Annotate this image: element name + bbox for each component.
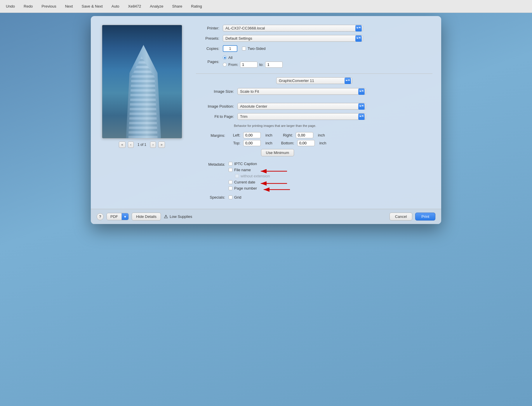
top-margin-input[interactable] xyxy=(243,140,261,146)
image-position-label: Image Position: xyxy=(196,104,234,108)
iptc-caption-label[interactable]: IPTC Caption xyxy=(229,162,270,166)
left-margin-label: Left: xyxy=(229,133,240,137)
section-select-wrapper: GraphicConverter 11 xyxy=(196,77,432,84)
image-position-row: Image Position: Absolute Center xyxy=(196,103,432,110)
pages-from-to-row: From: to: xyxy=(229,62,283,68)
pages-all-radio[interactable] xyxy=(223,56,227,60)
pages-radio-group: All From: to: xyxy=(223,55,283,68)
image-size-select-wrapper: Scale to Fit xyxy=(237,88,366,95)
fit-to-page-row: Fit to Page: Trim xyxy=(196,113,432,120)
fit-hint-row: Behavior for printing images that are la… xyxy=(196,123,432,127)
page-indicator: 1 of 1 xyxy=(138,143,146,147)
presets-row: Presets: Default Settings xyxy=(196,35,432,42)
file-name-label[interactable]: File name xyxy=(229,168,251,172)
copies-label: Copies: xyxy=(196,46,219,51)
pages-from-radio[interactable] xyxy=(223,63,227,66)
grid-checkbox[interactable] xyxy=(229,195,232,199)
margins-bottom-row: Top: inch Bottom: inch xyxy=(229,140,326,146)
page-number-row: Page number xyxy=(229,186,270,190)
file-name-row: File name xyxy=(229,168,270,172)
margins-top-row: Left: inch Right: inch xyxy=(229,132,326,138)
fit-hint: Behavior for printing images that are la… xyxy=(234,124,316,127)
margins-row: Margins: Left: inch Right: inch Top: inc… xyxy=(196,132,432,156)
preview-panel: « ‹ 1 of 1 › » xyxy=(100,25,184,203)
inch-right: inch xyxy=(318,133,325,137)
margins-label: Margins: xyxy=(196,132,225,138)
metadata-label: Metadata: xyxy=(196,162,225,167)
nav-prev-button[interactable]: ‹ xyxy=(128,141,134,148)
fit-to-page-select-wrapper: Trim xyxy=(237,113,366,120)
page-number-checkbox[interactable] xyxy=(229,186,232,190)
presets-label: Presets: xyxy=(196,36,219,41)
inch-top: inch xyxy=(265,141,272,145)
pages-all-label[interactable]: All xyxy=(223,55,283,60)
without-extension-label[interactable]: without extension xyxy=(235,174,270,178)
dialog-footer: ? PDF ▼ Hide Details ⚠ Low Supplies Canc… xyxy=(91,209,441,224)
current-date-row: Current date xyxy=(229,180,270,184)
from-label: From: xyxy=(228,62,238,67)
menu-undo[interactable]: Undo xyxy=(6,4,15,8)
menu-xe8472[interactable]: Xe8472 xyxy=(128,4,141,8)
two-sided-label[interactable]: Two-Sided xyxy=(242,46,265,51)
copies-row: Copies: 1 Two-Sided xyxy=(196,45,432,52)
printer-select[interactable]: AL-CX37-CC3668.local xyxy=(223,25,363,32)
help-button[interactable]: ? xyxy=(97,213,104,220)
printer-select-wrapper: AL-CX37-CC3668.local xyxy=(223,25,363,32)
menu-analyze[interactable]: Analyze xyxy=(150,4,163,8)
image-position-select[interactable]: Absolute Center xyxy=(237,103,366,110)
image-size-label: Image Size: xyxy=(196,89,234,94)
copies-input[interactable]: 1 xyxy=(223,45,237,52)
without-extension-checkbox xyxy=(235,174,239,178)
print-dialog: « ‹ 1 of 1 › » Printer: AL-CX37-CC3668.l… xyxy=(91,16,441,224)
pdf-group: PDF ▼ xyxy=(107,213,129,220)
warning-icon: ⚠ xyxy=(164,214,168,219)
iptc-caption-checkbox[interactable] xyxy=(229,162,232,166)
nav-last-button[interactable]: » xyxy=(158,141,165,148)
menu-share[interactable]: Share xyxy=(172,4,182,8)
menu-previous[interactable]: Previous xyxy=(41,4,56,8)
pdf-dropdown-button[interactable]: ▼ xyxy=(122,213,128,220)
menu-auto[interactable]: Auto xyxy=(112,4,119,8)
current-date-checkbox[interactable] xyxy=(229,180,232,184)
pages-label: Pages: xyxy=(196,60,219,64)
grid-label[interactable]: Grid xyxy=(229,195,241,200)
presets-select[interactable]: Default Settings xyxy=(223,35,363,42)
file-name-checkbox[interactable] xyxy=(229,168,232,172)
image-size-select[interactable]: Scale to Fit xyxy=(237,88,366,95)
bottom-margin-label: Bottom: xyxy=(281,141,294,145)
left-margin-input[interactable] xyxy=(243,132,261,138)
use-minimum-button[interactable]: Use Minimum xyxy=(261,149,294,156)
menu-save-next[interactable]: Save & Next xyxy=(81,4,102,8)
hide-details-button[interactable]: Hide Details xyxy=(132,213,161,220)
controls-panel: Printer: AL-CX37-CC3668.local Presets: D… xyxy=(196,25,432,203)
nav-next-button[interactable]: › xyxy=(150,141,156,148)
image-position-select-wrapper: Absolute Center xyxy=(237,103,366,110)
print-button[interactable]: Print xyxy=(415,213,435,220)
page-number-label[interactable]: Page number xyxy=(229,186,257,190)
nav-first-button[interactable]: « xyxy=(119,141,126,148)
image-size-row: Image Size: Scale to Fit xyxy=(196,88,432,95)
menu-redo[interactable]: Redo xyxy=(24,4,33,8)
pages-to-input[interactable] xyxy=(265,62,283,68)
fit-to-page-select[interactable]: Trim xyxy=(237,113,366,120)
section-select-outer: GraphicConverter 11 xyxy=(276,77,352,84)
two-sided-checkbox[interactable] xyxy=(242,47,246,50)
without-extension-row: without extension xyxy=(235,174,270,178)
right-margin-input[interactable] xyxy=(296,132,313,138)
menu-bar: Undo Redo Previous Next Save & Next Auto… xyxy=(0,0,532,13)
cancel-button[interactable]: Cancel xyxy=(390,213,412,220)
inch-bottom: inch xyxy=(319,141,326,145)
right-margin-label: Right: xyxy=(281,133,293,137)
specials-row: Specials: Grid xyxy=(196,195,432,200)
menu-next[interactable]: Next xyxy=(65,4,73,8)
menu-rating[interactable]: Rating xyxy=(191,4,202,8)
current-date-label[interactable]: Current date xyxy=(229,180,255,184)
presets-select-wrapper: Default Settings xyxy=(223,35,363,42)
metadata-row: Metadata: IPTC Caption File name xyxy=(196,162,432,190)
section-select[interactable]: GraphicConverter 11 xyxy=(276,77,352,84)
bottom-margin-input[interactable] xyxy=(297,140,315,146)
preview-frame xyxy=(102,25,182,139)
pages-from-input[interactable] xyxy=(240,62,258,68)
pdf-button[interactable]: PDF xyxy=(107,213,122,220)
use-minimum-row: Use Minimum xyxy=(229,149,326,156)
